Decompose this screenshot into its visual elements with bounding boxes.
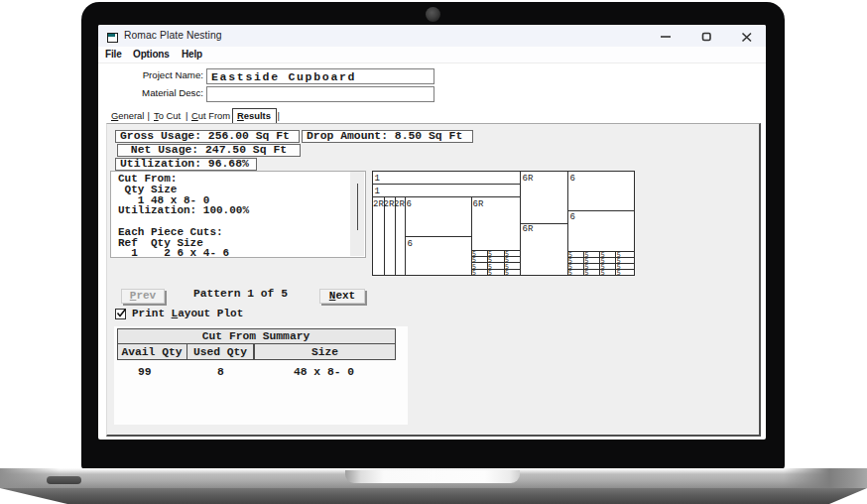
svg-text:1: 1 (375, 174, 380, 184)
svg-text:2R: 2R (394, 199, 405, 209)
svg-text:1: 1 (375, 187, 380, 196)
svg-text:6R: 6R (473, 199, 484, 209)
svg-text:5: 5 (488, 270, 492, 277)
svg-text:5: 5 (585, 270, 589, 277)
svg-text:6: 6 (570, 174, 575, 184)
svg-text:5: 5 (568, 270, 572, 277)
svg-text:6R: 6R (523, 224, 534, 234)
svg-text:5: 5 (617, 270, 621, 277)
svg-text:6: 6 (408, 239, 413, 249)
svg-text:5: 5 (601, 270, 605, 277)
svg-text:6: 6 (570, 212, 575, 222)
svg-text:6R: 6R (523, 174, 534, 184)
svg-text:5: 5 (505, 270, 509, 277)
svg-text:6: 6 (407, 199, 412, 209)
svg-text:5: 5 (472, 270, 476, 277)
